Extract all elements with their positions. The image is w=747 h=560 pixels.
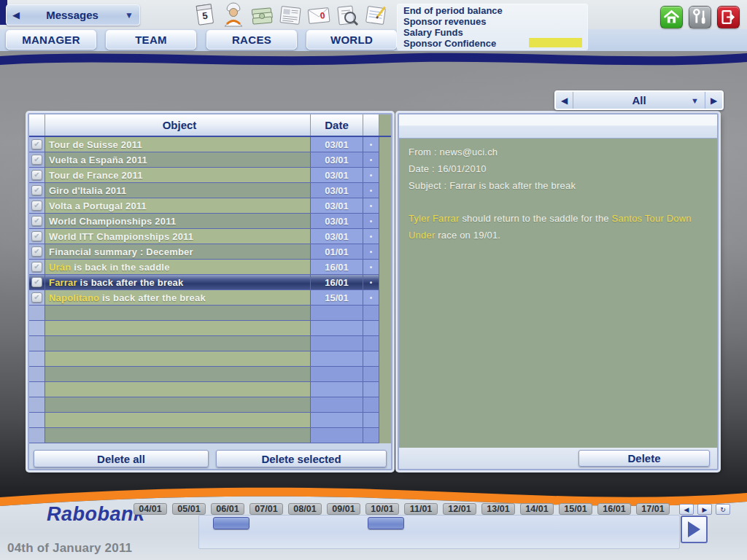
calendar-date-chip[interactable]: 13/01 <box>481 503 515 515</box>
scrollbar-track[interactable] <box>379 137 391 152</box>
object-cell[interactable]: Volta a Portugal 2011 <box>45 198 311 214</box>
table-row[interactable]: ✔Vuelta a España 201103/01• <box>29 152 391 168</box>
calendar-date-chip[interactable]: 06/01 <box>211 503 244 515</box>
prev-screen-icon[interactable]: ◀ <box>7 9 26 20</box>
scrollbar-track[interactable] <box>379 413 391 428</box>
timeline-next-button[interactable]: ▶ <box>697 504 712 515</box>
scrollbar-track[interactable] <box>379 397 391 413</box>
chevron-down-icon[interactable]: ▼ <box>691 96 699 105</box>
home-button[interactable] <box>660 6 683 28</box>
delete-button[interactable]: Delete <box>578 450 710 467</box>
calendar-date-chip[interactable]: 05/01 <box>172 503 206 515</box>
tab-team[interactable]: TEAM <box>106 30 196 50</box>
timeline-prev-button[interactable]: ◀ <box>679 504 694 515</box>
message-checkbox[interactable]: ✔ <box>31 216 42 226</box>
table-row[interactable]: ✔Tour de France 201103/01• <box>29 168 391 183</box>
object-cell[interactable]: Vuelta a España 2011 <box>45 152 311 168</box>
scrollbar-track[interactable] <box>379 382 391 397</box>
scrollbar-track[interactable] <box>379 244 391 260</box>
scrollbar-track[interactable] <box>379 351 391 367</box>
scrollbar-track[interactable] <box>379 183 391 198</box>
calendar-date-chip[interactable]: 15/01 <box>559 503 592 515</box>
message-checkbox[interactable]: ✔ <box>31 292 42 303</box>
message-checkbox[interactable]: ✔ <box>31 185 42 195</box>
object-cell[interactable]: Tour de France 2011 <box>45 168 311 183</box>
date-column-header[interactable]: Date <box>311 114 363 136</box>
scrollbar-track[interactable] <box>379 168 391 183</box>
mail-icon[interactable]: 0 <box>305 1 333 29</box>
newspaper-icon[interactable] <box>276 1 304 29</box>
rider-icon[interactable] <box>220 1 247 29</box>
table-row[interactable]: ✔Giro d'Italia 201103/01• <box>29 183 391 198</box>
calendar-date-chip[interactable]: 04/01 <box>133 503 167 515</box>
object-cell[interactable]: Tour de Suisse 2011 <box>45 137 311 152</box>
settings-button[interactable] <box>689 6 711 28</box>
scrollbar-track[interactable] <box>379 321 391 336</box>
tab-races[interactable]: RACES <box>206 30 297 50</box>
scrollbar-track[interactable] <box>379 306 391 321</box>
scrollbar-track[interactable] <box>379 198 391 214</box>
race-marker[interactable] <box>213 517 249 529</box>
scrollbar-track[interactable] <box>379 229 391 244</box>
tab-manager[interactable]: MANAGER <box>6 30 96 50</box>
delete-all-button[interactable]: Delete all <box>34 450 209 467</box>
advance-day-button[interactable] <box>681 516 708 543</box>
table-row[interactable]: ✔Volta a Portugal 201103/01• <box>29 198 391 214</box>
message-checkbox[interactable]: ✔ <box>31 170 42 180</box>
object-cell[interactable]: Napolitano is back after the break <box>45 290 311 306</box>
scrollbar-track[interactable] <box>379 260 391 275</box>
calendar-date-chip[interactable]: 10/01 <box>365 503 399 515</box>
object-cell[interactable]: World ITT Championships 2011 <box>45 229 311 244</box>
exit-button[interactable] <box>717 6 740 28</box>
calendar-date-chip[interactable]: 09/01 <box>327 503 360 515</box>
scrollbar-track[interactable] <box>379 336 391 351</box>
calendar-date-chip[interactable]: 14/01 <box>520 503 554 515</box>
delete-selected-button[interactable]: Delete selected <box>216 450 387 467</box>
table-row[interactable]: ✔Tour de Suisse 201103/01• <box>29 137 391 152</box>
table-row[interactable]: ✔Financial summary : December01/01• <box>29 244 391 260</box>
scrollbar-track[interactable] <box>379 290 391 306</box>
filter-prev-icon[interactable]: ◀ <box>556 92 573 109</box>
scrollbar-track[interactable] <box>379 152 391 168</box>
race-marker[interactable] <box>368 517 404 529</box>
scrollbar-track[interactable] <box>379 275 391 290</box>
timeline-loop-button[interactable]: ↻ <box>716 504 730 515</box>
message-checkbox[interactable]: ✔ <box>31 231 42 241</box>
scrollbar-track[interactable] <box>379 214 391 229</box>
message-checkbox[interactable]: ✔ <box>31 246 42 257</box>
calendar-date-chip[interactable]: 16/01 <box>597 503 631 515</box>
message-checkbox[interactable]: ✔ <box>31 262 42 272</box>
timeline-track[interactable] <box>198 515 680 549</box>
table-row[interactable]: ✔World Championships 201103/01• <box>29 214 391 229</box>
chevron-down-icon[interactable]: ▼ <box>119 10 139 20</box>
tab-world[interactable]: WORLD <box>306 30 397 50</box>
money-icon[interactable] <box>248 1 276 29</box>
table-row[interactable]: ✔Napolitano is back after the break15/01… <box>29 290 391 306</box>
table-row[interactable]: ✔World ITT Championships 201103/01• <box>29 229 391 244</box>
calendar-date-chip[interactable]: 07/01 <box>249 503 283 515</box>
message-checkbox[interactable]: ✔ <box>31 277 42 287</box>
search-icon[interactable] <box>333 1 361 29</box>
filter-next-icon[interactable]: ▶ <box>705 92 722 109</box>
object-column-header[interactable]: Object <box>45 114 311 136</box>
object-cell[interactable]: World Championships 2011 <box>45 214 311 229</box>
scrollbar-track[interactable] <box>379 367 391 382</box>
screen-dropdown[interactable]: ◀ Messages ▼ <box>6 4 140 26</box>
message-checkbox[interactable]: ✔ <box>31 155 42 165</box>
calendar-icon[interactable]: 5 <box>191 1 219 29</box>
calendar-date-chip[interactable]: 08/01 <box>288 503 322 515</box>
object-cell[interactable]: Farrar is back after the break <box>45 275 311 290</box>
object-cell[interactable]: Giro d'Italia 2011 <box>45 183 311 198</box>
object-cell[interactable]: Urán is back in the saddle <box>45 260 311 275</box>
object-cell[interactable]: Financial summary : December <box>45 244 311 260</box>
notes-icon[interactable] <box>362 1 390 29</box>
scrollbar-track[interactable] <box>379 428 391 443</box>
message-checkbox[interactable]: ✔ <box>31 139 42 149</box>
table-row[interactable]: ✔Farrar is back after the break16/01• <box>29 275 391 290</box>
calendar-date-chip[interactable]: 17/01 <box>636 503 670 515</box>
calendar-date-chip[interactable]: 11/01 <box>404 503 438 515</box>
calendar-date-chip[interactable]: 12/01 <box>443 503 476 515</box>
message-checkbox[interactable]: ✔ <box>31 201 42 211</box>
filter-dropdown[interactable]: ◀ All ▼ ▶ <box>554 90 724 110</box>
table-row[interactable]: ✔Urán is back in the saddle16/01• <box>29 260 391 275</box>
